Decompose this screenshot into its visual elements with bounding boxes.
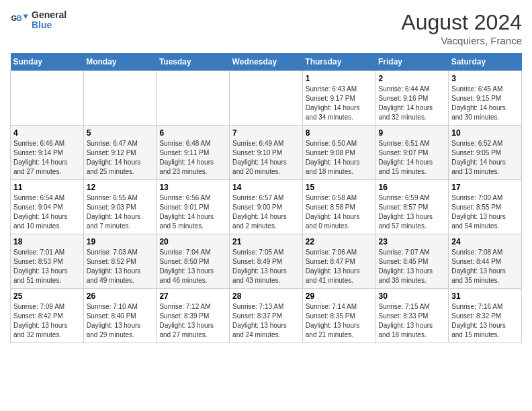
day-number: 15	[306, 183, 373, 192]
day-number: 28	[232, 291, 300, 301]
day-info: Sunrise: 7:10 AM Sunset: 8:40 PM Dayligh…	[87, 302, 154, 340]
day-header-wednesday: Wednesday	[230, 53, 303, 71]
day-number: 17	[451, 183, 519, 192]
calendar-cell: 13Sunrise: 6:56 AM Sunset: 9:01 PM Dayli…	[157, 180, 230, 234]
day-number: 9	[379, 128, 446, 138]
calendar-cell: 2Sunrise: 6:44 AM Sunset: 9:16 PM Daylig…	[375, 71, 449, 126]
calendar-cell: 30Sunrise: 7:15 AM Sunset: 8:33 PM Dayli…	[375, 289, 449, 343]
day-number: 13	[159, 183, 226, 192]
day-info: Sunrise: 7:00 AM Sunset: 8:55 PM Dayligh…	[451, 193, 519, 231]
day-info: Sunrise: 7:07 AM Sunset: 8:45 PM Dayligh…	[379, 248, 446, 285]
calendar-table: SundayMondayTuesdayWednesdayThursdayFrid…	[10, 53, 522, 343]
day-number: 14	[232, 183, 300, 192]
day-info: Sunrise: 6:44 AM Sunset: 9:16 PM Dayligh…	[379, 85, 446, 122]
day-number: 5	[87, 128, 154, 138]
day-number: 18	[13, 237, 81, 246]
day-info: Sunrise: 6:51 AM Sunset: 9:07 PM Dayligh…	[379, 139, 446, 177]
day-number: 21	[232, 237, 300, 246]
day-number: 27	[159, 291, 226, 301]
day-info: Sunrise: 7:09 AM Sunset: 8:42 PM Dayligh…	[13, 302, 81, 340]
calendar-week-4: 18Sunrise: 7:01 AM Sunset: 8:53 PM Dayli…	[11, 234, 522, 289]
day-number: 12	[87, 183, 154, 192]
calendar-cell: 25Sunrise: 7:09 AM Sunset: 8:42 PM Dayli…	[11, 289, 84, 343]
day-info: Sunrise: 6:48 AM Sunset: 9:11 PM Dayligh…	[159, 139, 226, 177]
day-info: Sunrise: 6:59 AM Sunset: 8:57 PM Dayligh…	[379, 193, 446, 231]
day-number: 20	[159, 237, 226, 246]
day-info: Sunrise: 7:12 AM Sunset: 8:39 PM Dayligh…	[159, 302, 226, 340]
calendar-cell: 12Sunrise: 6:55 AM Sunset: 9:03 PM Dayli…	[83, 180, 157, 234]
day-number: 3	[451, 74, 519, 83]
svg-marker-2	[24, 15, 28, 19]
calendar-cell: 14Sunrise: 6:57 AM Sunset: 9:00 PM Dayli…	[230, 180, 303, 234]
day-number: 31	[451, 291, 519, 301]
calendar-cell: 23Sunrise: 7:07 AM Sunset: 8:45 PM Dayli…	[375, 234, 449, 289]
day-number: 25	[13, 291, 81, 301]
day-number: 16	[379, 183, 446, 192]
calendar-header-row: SundayMondayTuesdayWednesdayThursdayFrid…	[11, 53, 522, 71]
svg-text:G: G	[11, 15, 17, 23]
logo-line1: General	[32, 10, 66, 20]
calendar-week-1: 1Sunrise: 6:43 AM Sunset: 9:17 PM Daylig…	[11, 71, 522, 126]
calendar-cell: 1Sunrise: 6:43 AM Sunset: 9:17 PM Daylig…	[302, 71, 375, 126]
calendar-cell: 11Sunrise: 6:54 AM Sunset: 9:04 PM Dayli…	[11, 180, 84, 234]
day-number: 8	[306, 128, 373, 138]
calendar-cell	[11, 71, 84, 126]
month-year: August 2024	[401, 10, 522, 35]
day-info: Sunrise: 6:43 AM Sunset: 9:17 PM Dayligh…	[306, 85, 373, 122]
calendar-cell: 8Sunrise: 6:50 AM Sunset: 9:08 PM Daylig…	[302, 126, 375, 180]
day-info: Sunrise: 6:52 AM Sunset: 9:05 PM Dayligh…	[451, 139, 519, 177]
day-number: 19	[87, 237, 154, 246]
day-info: Sunrise: 7:01 AM Sunset: 8:53 PM Dayligh…	[13, 248, 81, 285]
day-info: Sunrise: 6:50 AM Sunset: 9:08 PM Dayligh…	[306, 139, 373, 177]
calendar-cell: 6Sunrise: 6:48 AM Sunset: 9:11 PM Daylig…	[157, 126, 230, 180]
day-info: Sunrise: 6:54 AM Sunset: 9:04 PM Dayligh…	[13, 193, 81, 231]
day-info: Sunrise: 7:15 AM Sunset: 8:33 PM Dayligh…	[379, 302, 446, 340]
day-header-monday: Monday	[83, 53, 157, 71]
calendar-cell: 21Sunrise: 7:05 AM Sunset: 8:49 PM Dayli…	[230, 234, 303, 289]
day-number: 26	[87, 291, 154, 301]
day-info: Sunrise: 6:56 AM Sunset: 9:01 PM Dayligh…	[159, 193, 226, 231]
calendar-cell: 20Sunrise: 7:04 AM Sunset: 8:50 PM Dayli…	[157, 234, 230, 289]
calendar-cell: 22Sunrise: 7:06 AM Sunset: 8:47 PM Dayli…	[302, 234, 375, 289]
day-info: Sunrise: 7:16 AM Sunset: 8:32 PM Dayligh…	[451, 302, 519, 340]
day-number: 7	[232, 128, 300, 138]
day-info: Sunrise: 6:57 AM Sunset: 9:00 PM Dayligh…	[232, 193, 300, 231]
day-info: Sunrise: 7:14 AM Sunset: 8:35 PM Dayligh…	[306, 302, 373, 340]
day-number: 23	[379, 237, 446, 246]
day-info: Sunrise: 7:05 AM Sunset: 8:49 PM Dayligh…	[232, 248, 300, 285]
calendar-week-5: 25Sunrise: 7:09 AM Sunset: 8:42 PM Dayli…	[11, 289, 522, 343]
day-number: 30	[379, 291, 446, 301]
day-info: Sunrise: 6:49 AM Sunset: 9:10 PM Dayligh…	[232, 139, 300, 177]
day-info: Sunrise: 6:47 AM Sunset: 9:12 PM Dayligh…	[87, 139, 154, 177]
day-header-thursday: Thursday	[302, 53, 375, 71]
day-info: Sunrise: 6:58 AM Sunset: 8:58 PM Dayligh…	[306, 193, 373, 231]
calendar-cell: 31Sunrise: 7:16 AM Sunset: 8:32 PM Dayli…	[449, 289, 522, 343]
calendar-cell: 19Sunrise: 7:03 AM Sunset: 8:52 PM Dayli…	[83, 234, 157, 289]
calendar-week-2: 4Sunrise: 6:46 AM Sunset: 9:14 PM Daylig…	[11, 126, 522, 180]
calendar-cell: 27Sunrise: 7:12 AM Sunset: 8:39 PM Dayli…	[157, 289, 230, 343]
day-number: 6	[159, 128, 226, 138]
day-info: Sunrise: 6:46 AM Sunset: 9:14 PM Dayligh…	[13, 139, 81, 177]
day-info: Sunrise: 7:03 AM Sunset: 8:52 PM Dayligh…	[87, 248, 154, 285]
calendar-cell	[157, 71, 230, 126]
calendar-cell: 3Sunrise: 6:45 AM Sunset: 9:15 PM Daylig…	[449, 71, 522, 126]
day-number: 22	[306, 237, 373, 246]
day-header-friday: Friday	[375, 53, 449, 71]
day-number: 10	[451, 128, 519, 138]
page-header: G B General Blue August 2024 Vacquiers, …	[10, 10, 522, 46]
calendar-cell: 7Sunrise: 6:49 AM Sunset: 9:10 PM Daylig…	[230, 126, 303, 180]
day-info: Sunrise: 6:55 AM Sunset: 9:03 PM Dayligh…	[87, 193, 154, 231]
day-number: 1	[306, 74, 373, 83]
calendar-cell: 28Sunrise: 7:13 AM Sunset: 8:37 PM Dayli…	[230, 289, 303, 343]
calendar-cell: 24Sunrise: 7:08 AM Sunset: 8:44 PM Dayli…	[449, 234, 522, 289]
day-info: Sunrise: 7:06 AM Sunset: 8:47 PM Dayligh…	[306, 248, 373, 285]
calendar-cell: 26Sunrise: 7:10 AM Sunset: 8:40 PM Dayli…	[83, 289, 157, 343]
day-header-tuesday: Tuesday	[157, 53, 230, 71]
day-header-saturday: Saturday	[449, 53, 522, 71]
day-info: Sunrise: 6:45 AM Sunset: 9:15 PM Dayligh…	[451, 85, 519, 122]
calendar-week-3: 11Sunrise: 6:54 AM Sunset: 9:04 PM Dayli…	[11, 180, 522, 234]
day-number: 29	[306, 291, 373, 301]
day-number: 4	[13, 128, 81, 138]
calendar-cell	[83, 71, 157, 126]
day-header-sunday: Sunday	[11, 53, 84, 71]
